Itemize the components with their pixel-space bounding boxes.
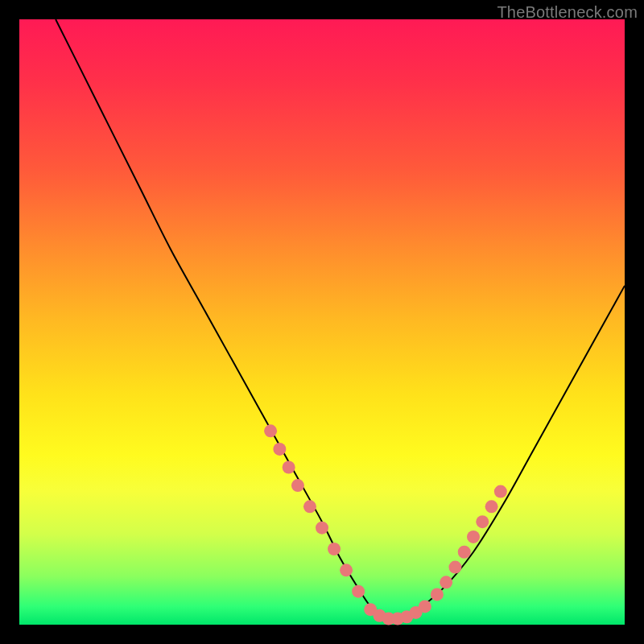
marker-dot (419, 600, 431, 613)
marker-dot (352, 585, 365, 598)
marker-dot (467, 530, 480, 543)
marker-dot (316, 522, 328, 535)
marker-dot (458, 546, 471, 559)
marker-dot (328, 543, 341, 555)
chart-frame: TheBottleneck.com (0, 0, 644, 644)
marker-dot (431, 588, 444, 601)
curve-path (56, 19, 625, 620)
curve-line-group (56, 19, 625, 620)
chart-svg (19, 19, 625, 625)
marker-dot (273, 443, 286, 456)
marker-dot (303, 500, 316, 513)
plot-area (19, 19, 625, 625)
marker-dot (494, 485, 507, 498)
marker-dot (340, 564, 353, 576)
marker-dot (485, 500, 498, 513)
watermark-text: TheBottleneck.com (497, 3, 638, 22)
marker-dot (291, 479, 304, 492)
marker-dot (476, 515, 489, 528)
marker-dot (264, 424, 277, 437)
marker-dot (283, 460, 295, 473)
marker-dot (440, 576, 452, 588)
marker-dots-group (264, 424, 507, 625)
marker-dot (448, 561, 461, 574)
